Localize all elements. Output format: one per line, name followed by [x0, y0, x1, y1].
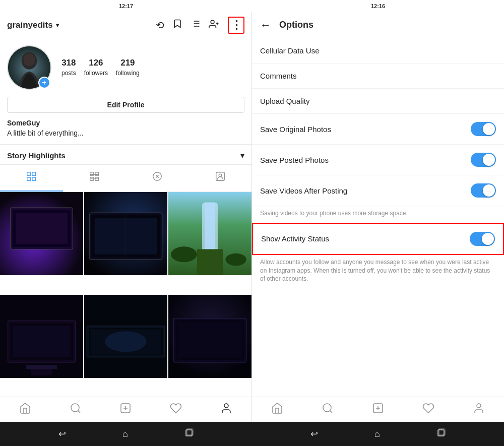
svg-rect-19: [95, 177, 98, 180]
tab-igtv[interactable]: [188, 165, 251, 192]
option-save-original[interactable]: Save Original Photos: [252, 114, 504, 145]
header-icons: ⟲: [156, 17, 244, 34]
option-activity-status-label: Show Activity Status: [261, 234, 329, 243]
photo-cell-5[interactable]: [84, 295, 167, 378]
svg-rect-12: [27, 172, 30, 175]
option-save-videos[interactable]: Save Videos After Posting: [252, 175, 504, 206]
status-bar-left: 12:17: [0, 0, 252, 12]
nav-likes[interactable]: [151, 397, 201, 422]
left-panel: grainyedits ▼ ⟲: [0, 12, 252, 422]
search-icon: [70, 402, 82, 417]
activity-status-note: Allow accounts you follow and anyone you…: [252, 255, 504, 288]
status-bars: 12:17 12:16: [0, 0, 504, 12]
tab-list[interactable]: [63, 165, 126, 192]
nav-add[interactable]: [101, 397, 151, 422]
photo-cell-4[interactable]: [0, 295, 83, 378]
profile-info: + 318 posts 126 followers 219 following: [0, 38, 251, 144]
photo-cell-1[interactable]: [0, 192, 83, 275]
option-upload-quality[interactable]: Upload Quality: [252, 89, 504, 114]
svg-rect-36: [205, 203, 215, 254]
posts-count: 318: [61, 58, 76, 68]
android-nav-left: ↩ ⌂: [0, 428, 252, 440]
svg-point-24: [219, 174, 222, 177]
story-highlights-header[interactable]: Story Highlights ▾: [7, 151, 244, 160]
posts-label: posts: [61, 70, 76, 77]
svg-rect-15: [32, 177, 35, 180]
dropdown-arrow-icon: ▼: [55, 22, 60, 28]
android-back-left[interactable]: ↩: [58, 428, 66, 439]
svg-rect-43: [13, 326, 70, 357]
left-time: 12:17: [119, 3, 133, 9]
svg-rect-45: [31, 369, 52, 375]
view-tabs: [0, 165, 251, 192]
svg-rect-16: [90, 172, 93, 175]
android-home-left[interactable]: ⌂: [122, 429, 128, 439]
list-icon[interactable]: [191, 19, 201, 31]
add-story-badge[interactable]: +: [38, 77, 50, 89]
story-highlights: Story Highlights ▾: [0, 144, 251, 165]
nav-search-right[interactable]: [302, 397, 353, 422]
save-original-toggle[interactable]: [471, 122, 496, 136]
tab-tagged[interactable]: [126, 165, 189, 192]
option-save-posted[interactable]: Save Posted Photos: [252, 145, 504, 175]
svg-line-62: [330, 410, 332, 412]
svg-point-38: [225, 253, 246, 266]
nav-profile[interactable]: [201, 397, 251, 422]
option-save-posted-label: Save Posted Photos: [260, 156, 329, 164]
svg-rect-14: [27, 177, 30, 180]
android-recents-left[interactable]: [184, 428, 194, 440]
toggle-knob-2: [483, 154, 495, 166]
history-icon[interactable]: ⟲: [156, 19, 164, 31]
profile-header: grainyedits ▼ ⟲: [0, 12, 251, 38]
story-highlights-title: Story Highlights: [7, 151, 66, 160]
android-home-right[interactable]: ⌂: [374, 429, 380, 439]
username-container[interactable]: grainyedits ▼: [7, 20, 60, 30]
right-time: 12:16: [371, 3, 385, 9]
nav-likes-right[interactable]: [403, 397, 454, 422]
svg-point-11: [24, 53, 35, 66]
option-activity-status[interactable]: Show Activity Status: [252, 223, 504, 255]
more-options-icon[interactable]: ⋮: [228, 17, 244, 34]
avatar-container: +: [7, 45, 51, 90]
android-recents-right[interactable]: [436, 428, 446, 440]
tab-grid[interactable]: [0, 165, 63, 192]
add-person-icon[interactable]: [209, 19, 220, 31]
svg-point-37: [171, 246, 197, 262]
bookmark-icon[interactable]: [172, 19, 182, 31]
svg-point-50: [105, 331, 147, 352]
svg-point-61: [323, 404, 331, 412]
options-list: Cellular Data Use Comments Upload Qualit…: [252, 38, 504, 397]
heart-icon-right: [422, 402, 434, 417]
toggle-knob: [483, 123, 495, 135]
nav-home[interactable]: [0, 397, 50, 422]
add-icon: [119, 402, 132, 417]
photo-cell-2[interactable]: [84, 192, 167, 275]
option-comments-label: Comments: [260, 72, 297, 80]
option-cellular-data[interactable]: Cellular Data Use: [252, 38, 504, 63]
edit-profile-button[interactable]: Edit Profile: [7, 97, 244, 113]
username-text: grainyedits: [7, 20, 53, 30]
option-cellular-data-label: Cellular Data Use: [260, 46, 320, 55]
nav-add-right[interactable]: [353, 397, 403, 422]
save-videos-toggle[interactable]: [471, 183, 496, 198]
toggle-knob-3: [483, 184, 495, 197]
followers-stat[interactable]: 126 followers: [84, 58, 108, 77]
tagged-icon: [152, 171, 163, 184]
nav-home-right[interactable]: [252, 397, 302, 422]
svg-rect-39: [197, 249, 223, 275]
activity-status-toggle[interactable]: [470, 232, 495, 246]
photo-cell-3[interactable]: [168, 192, 251, 275]
android-back-right[interactable]: ↩: [310, 428, 318, 439]
save-posted-toggle[interactable]: [471, 153, 496, 167]
option-comments[interactable]: Comments: [252, 63, 504, 89]
right-panel: ← Options Cellular Data Use Comments Upl…: [252, 12, 504, 422]
home-icon-right: [271, 402, 283, 417]
following-stat[interactable]: 219 following: [116, 58, 140, 77]
svg-rect-13: [32, 172, 35, 175]
svg-rect-28: [16, 213, 68, 244]
photo-cell-6[interactable]: [168, 295, 251, 378]
nav-search[interactable]: [50, 397, 101, 422]
posts-stat: 318 posts: [61, 58, 76, 77]
nav-profile-right[interactable]: [454, 397, 504, 422]
back-button[interactable]: ←: [260, 19, 271, 32]
